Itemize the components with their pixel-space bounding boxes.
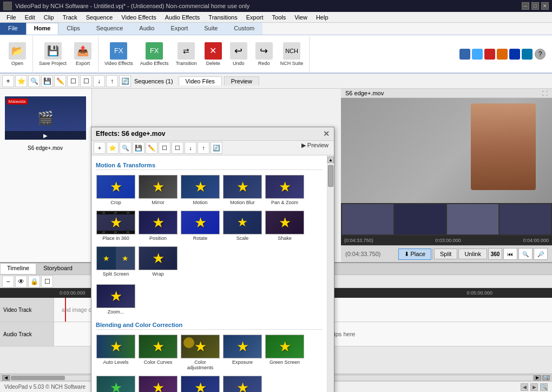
- audio-effects-button[interactable]: FX Audio Effects: [137, 41, 172, 68]
- effect-color-curves[interactable]: ★ Color Curves: [138, 333, 178, 372]
- tab-clips[interactable]: Clips: [58, 23, 88, 35]
- effect-exposure[interactable]: ★ Exposure: [222, 333, 262, 372]
- menu-transitions[interactable]: Transitions: [204, 13, 241, 22]
- menu-tools[interactable]: Tools: [268, 13, 291, 22]
- transition-button[interactable]: ⇄ Transition: [173, 41, 200, 68]
- menu-sequence[interactable]: Sequence: [82, 13, 117, 22]
- edit-button[interactable]: ✏️: [54, 75, 66, 87]
- close-button[interactable]: ✕: [541, 2, 549, 10]
- tab-audio[interactable]: Audio: [131, 23, 162, 35]
- effect-rotate[interactable]: ★ Rotate: [180, 209, 220, 243]
- menu-file[interactable]: File: [2, 13, 21, 22]
- menu-audio-effects[interactable]: Audio Effects: [161, 13, 205, 22]
- eff-cycle-button[interactable]: 🔄: [211, 142, 222, 154]
- effect-zoom[interactable]: ★ Zoom...: [96, 283, 136, 316]
- effects-close-button[interactable]: ✕: [323, 129, 330, 138]
- star-button[interactable]: ⭐: [15, 75, 27, 87]
- title-bar-controls[interactable]: ─ □ ✕: [522, 2, 549, 10]
- effects-scrollbar[interactable]: ▲ ▼: [327, 155, 334, 392]
- redo-button[interactable]: ↪ Redo: [252, 41, 276, 68]
- effect-position[interactable]: ★ Position: [138, 209, 178, 243]
- timeline-tab[interactable]: Timeline: [0, 263, 36, 275]
- eff-star-button[interactable]: ⭐: [107, 142, 119, 154]
- file-item[interactable]: Malavida 🎬 ▶ S6 edge+.mov: [3, 92, 87, 152]
- tl-scroll-thumb[interactable]: [11, 376, 65, 380]
- eff-save-button[interactable]: 💾: [133, 142, 144, 154]
- effect-auto-levels[interactable]: ★ Auto Levels: [96, 333, 136, 372]
- unlink-button[interactable]: Unlink: [458, 249, 487, 259]
- status-zoom-button[interactable]: 🔍: [540, 383, 548, 391]
- scroll-thumb[interactable]: [328, 165, 333, 187]
- effect-motion-blur[interactable]: ★ Motion Blur: [222, 173, 262, 207]
- effect-mirror[interactable]: ★ Mirror: [138, 173, 178, 207]
- eff-select-button[interactable]: ☐: [159, 142, 170, 154]
- select-button[interactable]: ☐: [67, 75, 79, 87]
- help-icon[interactable]: ?: [535, 49, 546, 60]
- effect-scale[interactable]: ★ Scale: [222, 209, 262, 243]
- video-files-tab[interactable]: Video Files: [179, 76, 222, 86]
- menu-track[interactable]: Track: [58, 13, 82, 22]
- effect-saturation[interactable]: ★ Saturation: [138, 374, 178, 392]
- nch-suite-button[interactable]: NCH NCH Suite: [278, 41, 306, 68]
- place-button[interactable]: ⬇ Place: [398, 249, 431, 260]
- eff-add-button[interactable]: +: [94, 142, 106, 154]
- delete-button[interactable]: ✕ Delete: [201, 41, 225, 68]
- rewind-button[interactable]: ⏮: [503, 248, 517, 260]
- tl-lock-button[interactable]: 🔒: [28, 276, 40, 288]
- save-button[interactable]: 💾: [41, 75, 53, 87]
- effect-green-screen[interactable]: ★ Green Screen: [265, 333, 305, 372]
- effect-pan-zoom[interactable]: ★ Pan & Zoom: [265, 173, 305, 207]
- maximize-button[interactable]: □: [531, 2, 539, 10]
- eff-down-button[interactable]: ↓: [185, 142, 196, 154]
- menu-edit[interactable]: Edit: [21, 13, 40, 22]
- effect-place-360[interactable]: ★ Place in 360: [96, 209, 136, 243]
- effect-crop[interactable]: ★ Crop: [96, 173, 136, 207]
- export-button[interactable]: 📤 Export: [71, 41, 95, 68]
- menu-help[interactable]: Help: [312, 13, 333, 22]
- status-scroll-right[interactable]: ▶: [530, 383, 538, 391]
- eff-edit-button[interactable]: ✏️: [146, 142, 157, 154]
- video-effects-button[interactable]: FX Video Effects: [102, 41, 136, 68]
- effect-temperature[interactable]: ★ Temperature: [180, 374, 220, 392]
- storyboard-tab[interactable]: Storyboard: [36, 263, 80, 275]
- select2-button[interactable]: ☐: [80, 75, 92, 87]
- preview-tab[interactable]: Preview: [224, 76, 259, 86]
- tab-file[interactable]: File: [0, 23, 26, 35]
- tl-group-button[interactable]: ☐: [41, 276, 53, 288]
- open-button[interactable]: 📂 Open: [5, 41, 29, 68]
- tab-sequence[interactable]: Sequence: [88, 23, 132, 35]
- zoom-out-button[interactable]: 🔍: [518, 248, 533, 260]
- zoom-in-button[interactable]: 🔎: [534, 248, 548, 260]
- tl-scroll-left-button[interactable]: ◀: [2, 375, 10, 381]
- tl-scroll-right-button[interactable]: ▶: [534, 375, 541, 381]
- effect-hue[interactable]: ★ Hue: [96, 374, 136, 392]
- effect-split-screen[interactable]: ★ ★ Split Screen: [96, 245, 136, 278]
- tab-export[interactable]: Export: [162, 23, 196, 35]
- menu-export[interactable]: Export: [242, 13, 268, 22]
- expand-icon[interactable]: ⛶: [542, 90, 548, 96]
- effect-wrap[interactable]: ★ Wrap: [138, 245, 178, 278]
- tl-eye-button[interactable]: 👁: [15, 276, 27, 288]
- effect-transparency[interactable]: ★ Transparency: [222, 374, 262, 392]
- refresh-button[interactable]: 🔄: [119, 75, 131, 87]
- save-project-button[interactable]: 💾 Save Project: [36, 41, 69, 68]
- undo-button[interactable]: ↩ Undo: [227, 41, 251, 68]
- effect-shake[interactable]: ★ Shake: [265, 209, 305, 243]
- minimize-button[interactable]: ─: [522, 2, 529, 10]
- up-button[interactable]: ↑: [106, 75, 118, 87]
- menu-video-effects[interactable]: Video Effects: [117, 13, 160, 22]
- eff-search-button[interactable]: 🔍: [120, 142, 132, 154]
- tl-zoom-button[interactable]: 🔍: [542, 375, 550, 381]
- scroll-up-button[interactable]: ▲: [327, 156, 334, 163]
- tab-custom[interactable]: Custom: [226, 23, 262, 35]
- tab-suite[interactable]: Suite: [196, 23, 226, 35]
- menu-view[interactable]: View: [290, 13, 312, 22]
- 360-button[interactable]: 360: [488, 248, 502, 260]
- effect-motion[interactable]: ★ Motion: [180, 173, 220, 207]
- search-button[interactable]: 🔍: [28, 75, 40, 87]
- eff-select2-button[interactable]: ☐: [172, 142, 183, 154]
- effect-color-adjustments[interactable]: ★ Color adjustments: [180, 333, 220, 372]
- down-button[interactable]: ↓: [93, 75, 105, 87]
- tl-minus-button[interactable]: −: [2, 276, 14, 288]
- add-button[interactable]: +: [2, 75, 14, 87]
